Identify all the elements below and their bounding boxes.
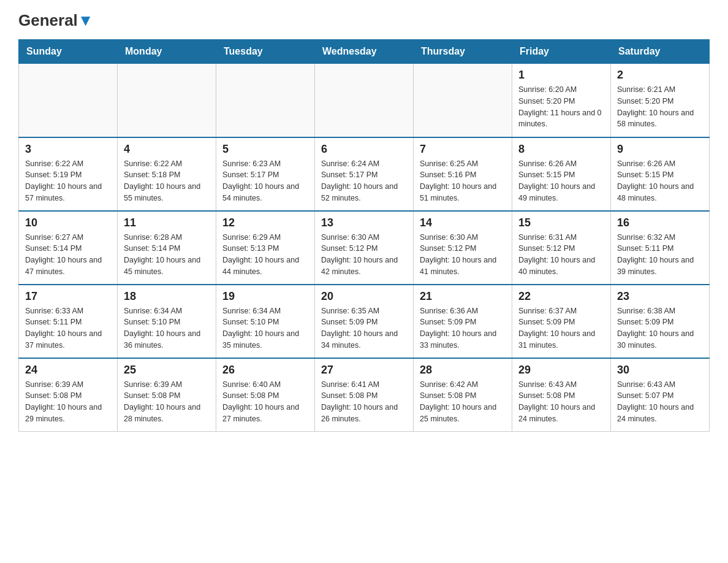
calendar-cell: 29Sunrise: 6:43 AMSunset: 5:08 PMDayligh… — [512, 358, 611, 432]
day-info: Sunrise: 6:40 AMSunset: 5:08 PMDaylight:… — [222, 379, 308, 425]
day-info: Sunrise: 6:34 AMSunset: 5:10 PMDaylight:… — [124, 305, 210, 351]
day-number: 13 — [321, 216, 407, 229]
day-info: Sunrise: 6:43 AMSunset: 5:08 PMDaylight:… — [518, 379, 604, 425]
page-header: General▼ — [18, 12, 710, 27]
day-info: Sunrise: 6:30 AMSunset: 5:12 PMDaylight:… — [321, 232, 407, 278]
calendar-week-row: 1Sunrise: 6:20 AMSunset: 5:20 PMDaylight… — [19, 64, 710, 137]
calendar-header-row: SundayMondayTuesdayWednesdayThursdayFrid… — [19, 40, 710, 64]
day-number: 12 — [222, 216, 308, 229]
day-number: 28 — [420, 364, 506, 377]
day-info: Sunrise: 6:37 AMSunset: 5:09 PMDaylight:… — [518, 305, 604, 351]
calendar-cell: 4Sunrise: 6:22 AMSunset: 5:18 PMDaylight… — [118, 137, 216, 211]
calendar-cell: 28Sunrise: 6:42 AMSunset: 5:08 PMDayligh… — [414, 358, 512, 432]
calendar-cell: 12Sunrise: 6:29 AMSunset: 5:13 PMDayligh… — [216, 211, 315, 285]
day-number: 24 — [25, 364, 111, 377]
calendar-cell: 24Sunrise: 6:39 AMSunset: 5:08 PMDayligh… — [19, 358, 118, 432]
day-number: 30 — [617, 364, 703, 377]
day-info: Sunrise: 6:39 AMSunset: 5:08 PMDaylight:… — [124, 379, 210, 425]
day-of-week-header: Tuesday — [216, 40, 315, 64]
day-number: 22 — [518, 290, 604, 303]
calendar-cell: 23Sunrise: 6:38 AMSunset: 5:09 PMDayligh… — [611, 285, 710, 358]
calendar-week-row: 24Sunrise: 6:39 AMSunset: 5:08 PMDayligh… — [19, 358, 710, 432]
day-info: Sunrise: 6:25 AMSunset: 5:16 PMDaylight:… — [420, 158, 506, 204]
calendar-cell: 21Sunrise: 6:36 AMSunset: 5:09 PMDayligh… — [414, 285, 512, 358]
calendar-cell: 19Sunrise: 6:34 AMSunset: 5:10 PMDayligh… — [216, 285, 315, 358]
calendar-cell: 3Sunrise: 6:22 AMSunset: 5:19 PMDaylight… — [19, 137, 118, 211]
day-info: Sunrise: 6:41 AMSunset: 5:08 PMDaylight:… — [321, 379, 407, 425]
day-info: Sunrise: 6:21 AMSunset: 5:20 PMDaylight:… — [617, 84, 703, 130]
day-number: 25 — [124, 364, 210, 377]
logo: General▼ — [18, 12, 94, 27]
day-number: 21 — [420, 290, 506, 303]
day-number: 23 — [617, 290, 703, 303]
calendar-cell: 25Sunrise: 6:39 AMSunset: 5:08 PMDayligh… — [118, 358, 216, 432]
calendar-cell — [414, 64, 512, 137]
day-number: 9 — [617, 143, 703, 156]
day-info: Sunrise: 6:29 AMSunset: 5:13 PMDaylight:… — [222, 232, 308, 278]
day-number: 3 — [25, 143, 111, 156]
calendar-cell: 22Sunrise: 6:37 AMSunset: 5:09 PMDayligh… — [512, 285, 611, 358]
day-info: Sunrise: 6:23 AMSunset: 5:17 PMDaylight:… — [222, 158, 308, 204]
calendar-cell: 5Sunrise: 6:23 AMSunset: 5:17 PMDaylight… — [216, 137, 315, 211]
day-number: 18 — [124, 290, 210, 303]
calendar-cell: 17Sunrise: 6:33 AMSunset: 5:11 PMDayligh… — [19, 285, 118, 358]
day-number: 10 — [25, 216, 111, 229]
calendar-cell — [315, 64, 414, 137]
day-info: Sunrise: 6:26 AMSunset: 5:15 PMDaylight:… — [617, 158, 703, 204]
day-number: 6 — [321, 143, 407, 156]
calendar-cell: 10Sunrise: 6:27 AMSunset: 5:14 PMDayligh… — [19, 211, 118, 285]
calendar-cell: 13Sunrise: 6:30 AMSunset: 5:12 PMDayligh… — [315, 211, 414, 285]
calendar-cell: 9Sunrise: 6:26 AMSunset: 5:15 PMDaylight… — [611, 137, 710, 211]
day-info: Sunrise: 6:35 AMSunset: 5:09 PMDaylight:… — [321, 305, 407, 351]
day-of-week-header: Sunday — [19, 40, 118, 64]
day-number: 29 — [518, 364, 604, 377]
calendar-cell — [216, 64, 315, 137]
calendar-cell: 18Sunrise: 6:34 AMSunset: 5:10 PMDayligh… — [118, 285, 216, 358]
day-info: Sunrise: 6:33 AMSunset: 5:11 PMDaylight:… — [25, 305, 111, 351]
calendar-cell: 14Sunrise: 6:30 AMSunset: 5:12 PMDayligh… — [414, 211, 512, 285]
day-info: Sunrise: 6:43 AMSunset: 5:07 PMDaylight:… — [617, 379, 703, 425]
day-number: 19 — [222, 290, 308, 303]
calendar-cell: 11Sunrise: 6:28 AMSunset: 5:14 PMDayligh… — [118, 211, 216, 285]
day-info: Sunrise: 6:22 AMSunset: 5:19 PMDaylight:… — [25, 158, 111, 204]
calendar-cell: 15Sunrise: 6:31 AMSunset: 5:12 PMDayligh… — [512, 211, 611, 285]
day-info: Sunrise: 6:42 AMSunset: 5:08 PMDaylight:… — [420, 379, 506, 425]
calendar-week-row: 3Sunrise: 6:22 AMSunset: 5:19 PMDaylight… — [19, 137, 710, 211]
day-number: 7 — [420, 143, 506, 156]
logo-general: General▼ — [18, 12, 94, 28]
day-number: 11 — [124, 216, 210, 229]
calendar-cell — [19, 64, 118, 137]
calendar-cell — [118, 64, 216, 137]
calendar-cell: 16Sunrise: 6:32 AMSunset: 5:11 PMDayligh… — [611, 211, 710, 285]
day-info: Sunrise: 6:32 AMSunset: 5:11 PMDaylight:… — [617, 232, 703, 278]
day-info: Sunrise: 6:28 AMSunset: 5:14 PMDaylight:… — [124, 232, 210, 278]
day-info: Sunrise: 6:31 AMSunset: 5:12 PMDaylight:… — [518, 232, 604, 278]
day-of-week-header: Saturday — [611, 40, 710, 64]
day-info: Sunrise: 6:27 AMSunset: 5:14 PMDaylight:… — [25, 232, 111, 278]
day-info: Sunrise: 6:38 AMSunset: 5:09 PMDaylight:… — [617, 305, 703, 351]
day-number: 27 — [321, 364, 407, 377]
day-number: 14 — [420, 216, 506, 229]
day-number: 8 — [518, 143, 604, 156]
calendar-cell: 1Sunrise: 6:20 AMSunset: 5:20 PMDaylight… — [512, 64, 611, 137]
day-info: Sunrise: 6:30 AMSunset: 5:12 PMDaylight:… — [420, 232, 506, 278]
day-number: 20 — [321, 290, 407, 303]
day-number: 1 — [518, 69, 604, 82]
day-number: 17 — [25, 290, 111, 303]
day-of-week-header: Wednesday — [315, 40, 414, 64]
calendar-cell: 26Sunrise: 6:40 AMSunset: 5:08 PMDayligh… — [216, 358, 315, 432]
logo-arrow-shape: ▼ — [78, 11, 94, 29]
calendar-cell: 30Sunrise: 6:43 AMSunset: 5:07 PMDayligh… — [611, 358, 710, 432]
day-info: Sunrise: 6:36 AMSunset: 5:09 PMDaylight:… — [420, 305, 506, 351]
day-of-week-header: Thursday — [414, 40, 512, 64]
day-number: 15 — [518, 216, 604, 229]
day-info: Sunrise: 6:20 AMSunset: 5:20 PMDaylight:… — [518, 84, 604, 130]
day-number: 16 — [617, 216, 703, 229]
day-of-week-header: Monday — [118, 40, 216, 64]
calendar-cell: 20Sunrise: 6:35 AMSunset: 5:09 PMDayligh… — [315, 285, 414, 358]
day-number: 5 — [222, 143, 308, 156]
day-number: 26 — [222, 364, 308, 377]
calendar-cell: 6Sunrise: 6:24 AMSunset: 5:17 PMDaylight… — [315, 137, 414, 211]
calendar-cell: 27Sunrise: 6:41 AMSunset: 5:08 PMDayligh… — [315, 358, 414, 432]
calendar-week-row: 10Sunrise: 6:27 AMSunset: 5:14 PMDayligh… — [19, 211, 710, 285]
